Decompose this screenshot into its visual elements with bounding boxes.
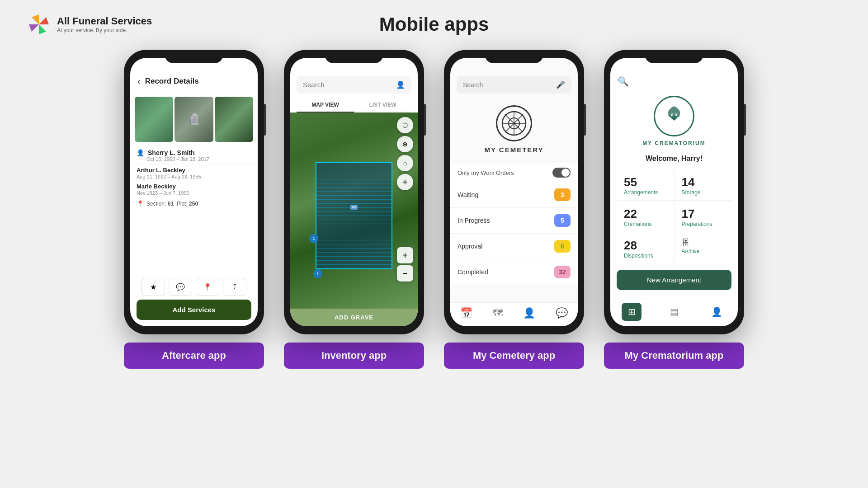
archive-icon: 🗄 <box>682 239 725 248</box>
nav-grid-button[interactable]: ⊞ <box>622 303 642 321</box>
waiting-count: 3 <box>554 188 571 201</box>
nav-profile-icon[interactable]: 👤 <box>523 307 535 319</box>
cemetery-logo-icon <box>496 105 532 141</box>
action-buttons: ★ 💬 📍 ⤴ <box>130 274 258 300</box>
svg-marker-2 <box>39 24 46 34</box>
back-arrow-icon[interactable]: ‹ <box>137 76 141 86</box>
crematorium-search-icon[interactable]: 🔍 <box>618 76 629 87</box>
toggle-switch[interactable] <box>552 168 571 178</box>
new-arrangement-button[interactable]: New Arrangement <box>617 270 731 290</box>
my-crematorium-app-wrapper: 🔍 MY CREMATORIUM Welcome, Harry! <box>604 50 744 369</box>
inventory-label: Inventory app <box>284 343 424 369</box>
cemetery-search-input[interactable] <box>463 81 552 89</box>
stat-cremations: 22 Cremations <box>617 201 674 232</box>
cemetery-logo-text: MY CEMETERY <box>484 146 543 154</box>
map-controls: ⬡ ⊕ ⌂ ✛ <box>397 117 413 190</box>
work-order-waiting[interactable]: Waiting 3 <box>450 182 578 208</box>
inventory-app-wrapper: 👤 MAP VIEW LIST VIEW 60 1 1 <box>284 50 424 369</box>
stat-preparations: 17 Preparations <box>675 201 732 232</box>
my-cemetery-label: My Cemetery app <box>444 343 584 369</box>
aftercare-phone: ‹ Record Details 👤 Sherry L. Smith Oct <box>124 50 264 334</box>
in-progress-label: In Progress <box>458 217 490 224</box>
person-3-dates: Nov 1923 – Jun 7, 1990 <box>130 190 258 197</box>
dispositions-label: Dispositions <box>624 253 667 259</box>
crematorium-logo-area: MY CREMATORIUM <box>610 91 738 153</box>
approval-count: 6 <box>554 240 571 253</box>
person-1-name: Sherry L. Smith <box>148 149 194 156</box>
add-grave-button[interactable]: ADD GRAVE <box>290 309 418 326</box>
grave-photos <box>130 92 258 146</box>
arrangements-number: 55 <box>624 175 667 189</box>
plot-marker-2: 1 <box>313 269 322 278</box>
stats-grid: 55 Arrangements 14 Storage 22 Cremations <box>617 169 731 263</box>
work-order-approval[interactable]: Approval 6 <box>450 234 578 259</box>
location-button[interactable]: ⊕ <box>397 136 413 152</box>
comment-button[interactable]: 💬 <box>169 278 192 296</box>
crematorium-logo-text: MY CREMATORIUM <box>642 140 705 146</box>
brand-text: All Funeral Services At your service. By… <box>57 15 152 33</box>
layers-button[interactable]: ⬡ <box>397 117 413 133</box>
work-order-completed[interactable]: Completed 32 <box>450 259 578 285</box>
svg-marker-1 <box>39 17 49 24</box>
location-icon: 📍 <box>137 200 144 207</box>
stat-arrangements: 55 Arrangements <box>617 169 674 200</box>
in-progress-count: 5 <box>554 214 571 227</box>
stat-archive: 🗄 Archive <box>675 232 732 263</box>
approval-label: Approval <box>458 243 482 250</box>
cremations-number: 22 <box>624 207 667 221</box>
my-cemetery-screen: 🎤 MY CE <box>450 58 578 326</box>
location-row: 📍 Section: 61 Plot: 250 <box>130 197 258 211</box>
phones-row: ‹ Record Details 👤 Sherry L. Smith Oct <box>0 41 868 369</box>
tab-map-view[interactable]: MAP VIEW <box>297 98 354 113</box>
photo-3 <box>215 97 253 142</box>
stat-storage: 14 Storage <box>675 169 732 200</box>
waiting-label: Waiting <box>458 191 478 198</box>
toggle-label: Only my Work Orders <box>458 169 514 176</box>
map-pin-button[interactable]: 📍 <box>196 278 219 296</box>
person-icon: 👤 <box>137 149 144 156</box>
record-details-title: Record Details <box>145 77 199 86</box>
nav-calendar-icon[interactable]: 📅 <box>460 307 472 319</box>
cemetery-search-bar[interactable]: 🎤 <box>457 76 571 94</box>
person-3-entry: Marie Beckley Nov 1923 – Jun 7, 1990 <box>130 181 258 197</box>
add-services-button[interactable]: Add Services <box>137 300 251 320</box>
nav-profile-button[interactable]: 👤 <box>707 303 726 321</box>
completed-label: Completed <box>458 268 488 276</box>
inventory-search-bar[interactable]: 👤 <box>297 76 411 94</box>
share-button[interactable]: ⤴ <box>223 278 246 296</box>
svg-marker-3 <box>29 24 39 32</box>
my-crematorium-phone: 🔍 MY CREMATORIUM Welcome, Harry! <box>604 50 744 334</box>
work-order-in-progress[interactable]: In Progress 5 <box>450 208 578 234</box>
cemetery-nav: 📅 🗺 👤 💬 <box>450 302 578 326</box>
preparations-number: 17 <box>682 207 725 221</box>
microphone-icon: 🎤 <box>556 80 565 89</box>
welcome-message: Welcome, Harry! <box>610 153 738 169</box>
favorite-button[interactable]: ★ <box>142 278 165 296</box>
brand-name: All Funeral Services <box>57 15 152 27</box>
person-2-dates: Aug 21, 1922 – Aug 23, 1955 <box>130 174 258 181</box>
home-button[interactable]: ⌂ <box>397 155 413 171</box>
person-1-entry: 👤 Sherry L. Smith Oct 16, 1963 – Jan 29,… <box>130 146 258 165</box>
aftercare-header: ‹ Record Details <box>130 58 258 92</box>
crematorium-search-row: 🔍 <box>610 58 738 91</box>
photo-1 <box>135 97 173 142</box>
nav-chat-icon[interactable]: 💬 <box>556 307 568 319</box>
inventory-screen: 👤 MAP VIEW LIST VIEW 60 1 1 <box>290 58 418 326</box>
nav-list-button[interactable]: ▤ <box>664 303 684 321</box>
arrangements-label: Arrangements <box>624 189 667 196</box>
cremations-label: Cremations <box>624 221 667 227</box>
inventory-search-input[interactable] <box>303 81 392 89</box>
nav-map-icon[interactable]: 🗺 <box>493 307 503 319</box>
zoom-in-button[interactable]: + <box>397 247 413 263</box>
work-orders-toggle: Only my Work Orders <box>450 163 578 182</box>
tab-list-view[interactable]: LIST VIEW <box>354 98 411 112</box>
zoom-out-button[interactable]: − <box>397 265 413 282</box>
aftercare-label: Aftercare app <box>124 343 264 369</box>
crosshair-button[interactable]: ✛ <box>397 174 413 190</box>
storage-number: 14 <box>682 175 725 189</box>
plot-grid-lines <box>316 163 391 269</box>
my-cemetery-phone: 🎤 MY CE <box>444 50 584 334</box>
inventory-search-icon: 👤 <box>396 80 405 89</box>
person-2-entry: Arthur L. Beckley Aug 21, 1922 – Aug 23,… <box>130 165 258 181</box>
stat-dispositions: 28 Dispositions <box>617 232 674 263</box>
